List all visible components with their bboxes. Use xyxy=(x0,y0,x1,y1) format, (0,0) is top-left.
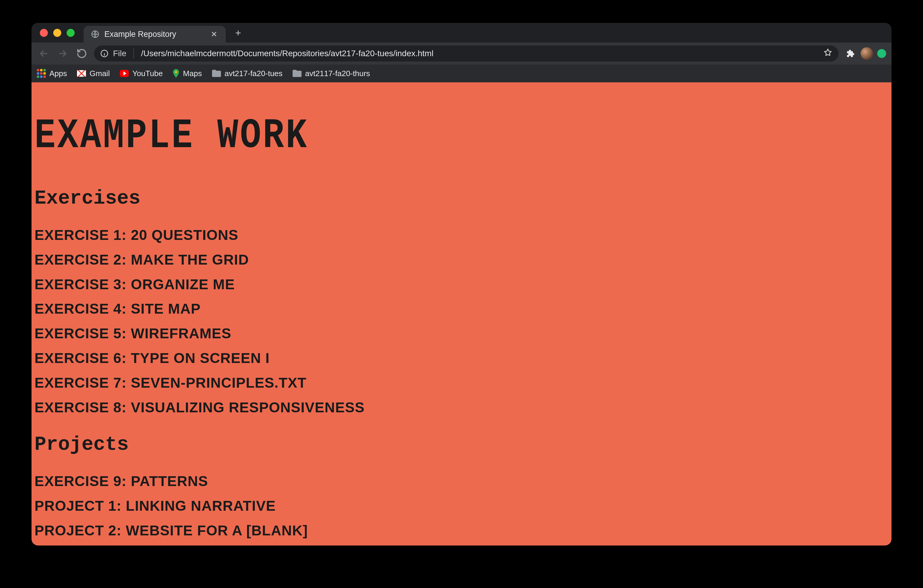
bookmark-label: Maps xyxy=(183,69,202,78)
window-close-button[interactable] xyxy=(40,29,48,37)
exercise-link[interactable]: EXERCISE 6: TYPE ON SCREEN I xyxy=(34,349,889,368)
url-scheme-label: File xyxy=(113,49,126,58)
globe-icon xyxy=(91,30,100,39)
reload-button[interactable] xyxy=(75,47,89,60)
address-bar[interactable]: File /Users/michaelmcdermott/Documents/R… xyxy=(94,46,839,62)
tab-close-button[interactable]: ✕ xyxy=(210,30,218,39)
exercise-link[interactable]: EXERCISE 4: SITE MAP xyxy=(34,299,889,319)
youtube-icon xyxy=(120,69,129,78)
folder-icon xyxy=(292,69,302,78)
page-title: EXAMPLE WORK xyxy=(34,115,889,157)
folder-icon xyxy=(212,69,221,78)
site-info-icon[interactable] xyxy=(100,49,109,58)
bookmark-maps[interactable]: Maps xyxy=(173,69,202,78)
new-tab-button[interactable]: + xyxy=(232,26,245,39)
bookmark-label: avt217-fa20-tues xyxy=(225,69,282,78)
exercise-link[interactable]: EXERCISE 3: ORGANIZE ME xyxy=(34,275,889,294)
page-viewport: EXAMPLE WORK Exercises EXERCISE 1: 20 QU… xyxy=(31,82,892,545)
back-button[interactable] xyxy=(37,47,51,60)
window-controls xyxy=(36,29,77,37)
section-heading-projects: Projects xyxy=(34,435,889,455)
bookmark-apps[interactable]: Apps xyxy=(37,69,67,78)
tab-active[interactable]: Example Repository ✕ xyxy=(84,26,226,43)
bookmark-label: Gmail xyxy=(90,69,110,78)
exercise-link[interactable]: EXERCISE 5: WIREFRAMES xyxy=(34,324,889,343)
maps-pin-icon xyxy=(173,69,179,78)
page-content: EXAMPLE WORK Exercises EXERCISE 1: 20 QU… xyxy=(31,82,892,540)
bookmark-folder-avt217[interactable]: avt217-fa20-tues xyxy=(212,69,282,78)
project-link[interactable]: PROJECT 1: LINKING NARRATIVE xyxy=(34,496,889,516)
window-zoom-button[interactable] xyxy=(67,29,75,37)
apps-grid-icon xyxy=(37,69,46,78)
exercise-link[interactable]: EXERCISE 7: SEVEN-PRINCIPLES.TXT xyxy=(34,373,889,393)
toolbar-right-icons xyxy=(844,47,886,60)
bookmark-label: YouTube xyxy=(132,69,163,78)
toolbar: File /Users/michaelmcdermott/Documents/R… xyxy=(31,43,892,64)
exercise-link[interactable]: EXERCISE 2: MAKE THE GRID xyxy=(34,250,889,269)
bookmark-star-icon[interactable] xyxy=(823,48,833,59)
project-link[interactable]: EXERCISE 9: PATTERNS xyxy=(34,472,889,491)
profile-avatar[interactable] xyxy=(861,47,873,60)
url-path: /Users/michaelmcdermott/Documents/Reposi… xyxy=(141,49,819,58)
bookmark-label: avt2117-fa20-thurs xyxy=(305,69,370,78)
svg-point-2 xyxy=(175,71,177,73)
bookmarks-bar: Apps Gmail YouTube Maps avt217-fa20-tues xyxy=(31,64,892,82)
bookmark-folder-avt2117[interactable]: avt2117-fa20-thurs xyxy=(292,69,370,78)
exercise-link[interactable]: EXERCISE 8: VISUALIZING RESPONSIVENESS xyxy=(34,398,889,417)
forward-button[interactable] xyxy=(56,47,70,60)
section-heading-exercises: Exercises xyxy=(34,189,889,209)
bookmark-youtube[interactable]: YouTube xyxy=(120,69,163,78)
omnibox-separator xyxy=(133,48,134,59)
browser-window: Example Repository ✕ + File /User xyxy=(31,23,892,545)
exercise-link[interactable]: EXERCISE 1: 20 QUESTIONS xyxy=(34,226,889,245)
tab-strip: Example Repository ✕ + xyxy=(31,23,892,43)
bookmark-label: Apps xyxy=(49,69,67,78)
bookmark-gmail[interactable]: Gmail xyxy=(77,69,110,78)
project-link[interactable]: PROJECT 2: WEBSITE FOR A [BLANK] xyxy=(34,521,889,540)
exercises-list: EXERCISE 1: 20 QUESTIONSEXERCISE 2: MAKE… xyxy=(34,226,889,417)
gmail-icon xyxy=(77,69,86,78)
tab-title: Example Repository xyxy=(104,30,205,39)
update-indicator-icon[interactable] xyxy=(877,49,886,58)
window-minimize-button[interactable] xyxy=(53,29,61,37)
projects-list: EXERCISE 9: PATTERNSPROJECT 1: LINKING N… xyxy=(34,472,889,540)
extensions-button[interactable] xyxy=(844,47,856,60)
